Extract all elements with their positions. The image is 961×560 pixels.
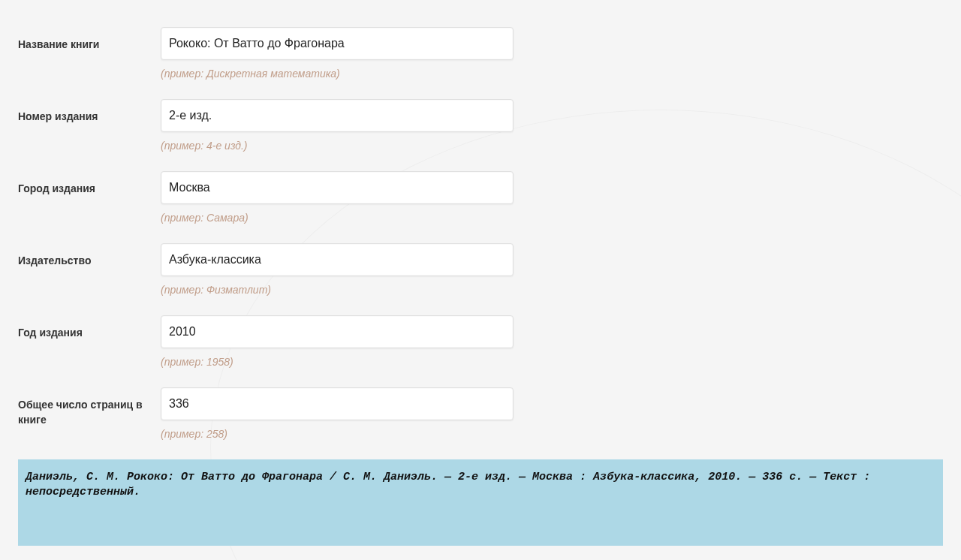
hint-year: (пример: 1958) [161, 356, 514, 368]
label-publisher: Издательство [18, 243, 161, 269]
row-year: Год издания (пример: 1958) [18, 315, 943, 368]
hint-city: (пример: Самара) [161, 212, 514, 224]
input-pages[interactable] [161, 387, 514, 420]
input-city[interactable] [161, 171, 514, 204]
label-city: Город издания [18, 171, 161, 197]
input-publisher[interactable] [161, 243, 514, 276]
label-book-title: Название книги [18, 27, 161, 53]
input-year[interactable] [161, 315, 514, 348]
form-container: Название книги (пример: Дискретная матем… [0, 0, 961, 560]
citation-text: Даниэль, С. М. Рококо: От Ватто до Фраго… [26, 471, 870, 498]
input-book-title[interactable] [161, 27, 514, 60]
input-edition-number[interactable] [161, 99, 514, 132]
label-year: Год издания [18, 315, 161, 341]
label-pages: Общее число страниц в книге [18, 387, 161, 427]
row-book-title: Название книги (пример: Дискретная матем… [18, 27, 943, 80]
label-edition-number: Номер издания [18, 99, 161, 125]
row-publisher: Издательство (пример: Физматлит) [18, 243, 943, 296]
citation-result: Даниэль, С. М. Рококо: От Ватто до Фраго… [18, 459, 943, 546]
row-city: Город издания (пример: Самара) [18, 171, 943, 224]
hint-edition-number: (пример: 4-е изд.) [161, 140, 514, 152]
hint-book-title: (пример: Дискретная математика) [161, 68, 514, 80]
hint-publisher: (пример: Физматлит) [161, 284, 514, 296]
row-pages: Общее число страниц в книге (пример: 258… [18, 387, 943, 440]
hint-pages: (пример: 258) [161, 428, 514, 440]
row-edition-number: Номер издания (пример: 4-е изд.) [18, 99, 943, 152]
